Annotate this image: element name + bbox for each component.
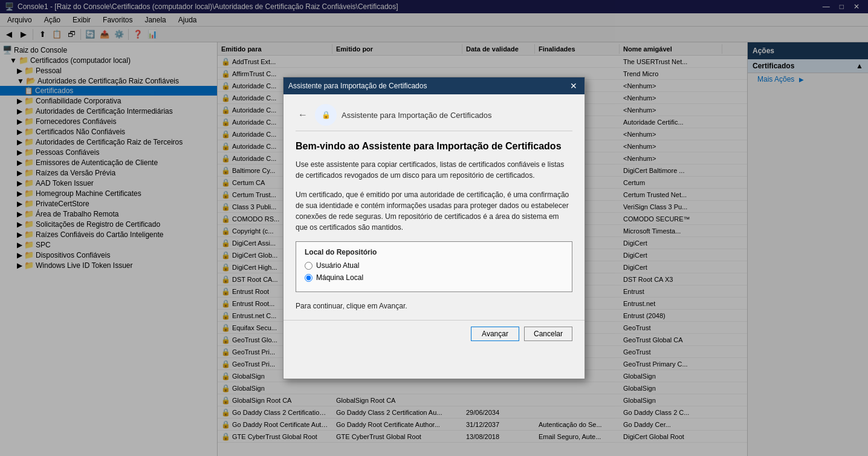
modal-close-button[interactable]: ✕ (568, 81, 580, 91)
store-location-title: Local do Repositório (305, 248, 563, 256)
certificate-import-wizard: Assistente para Importação de Certificad… (283, 77, 585, 379)
modal-back-button[interactable]: ← (296, 108, 310, 122)
modal-footer: Avançar Cancelar (283, 320, 585, 347)
modal-nav-title: Assistente para Importação de Certificad… (342, 111, 492, 120)
radio-label-user: Usuário Atual (316, 261, 359, 270)
radio-current-user[interactable] (305, 262, 313, 270)
certificate-icon: 🔒 (322, 111, 331, 119)
cancel-button[interactable]: Cancelar (524, 327, 572, 341)
modal-heading: Bem-vindo ao Assistente para Importação … (296, 141, 572, 152)
radio-option-current-user[interactable]: Usuário Atual (305, 261, 563, 270)
radio-label-machine: Máquina Local (316, 273, 363, 282)
modal-wizard-icon: 🔒 (315, 104, 337, 126)
radio-local-machine[interactable] (305, 274, 313, 282)
store-location-box: Local do Repositório Usuário Atual Máqui… (296, 241, 572, 292)
advance-button[interactable]: Avançar (471, 327, 519, 341)
radio-option-local-machine[interactable]: Máquina Local (305, 273, 563, 282)
modal-desc2: Um certificado, que é emitido por uma au… (296, 189, 572, 233)
modal-nav: ← 🔒 Assistente para Importação de Certif… (296, 104, 572, 131)
modal-overlay: Assistente para Importação de Certificad… (0, 0, 868, 456)
modal-body: ← 🔒 Assistente para Importação de Certif… (283, 94, 585, 320)
continue-text: Para continuar, clique em Avançar. (296, 302, 572, 310)
modal-titlebar: Assistente para Importação de Certificad… (283, 77, 585, 94)
modal-title-text: Assistente para Importação de Certificad… (288, 82, 427, 90)
modal-desc1: Use este assistente para copiar certific… (296, 159, 572, 181)
